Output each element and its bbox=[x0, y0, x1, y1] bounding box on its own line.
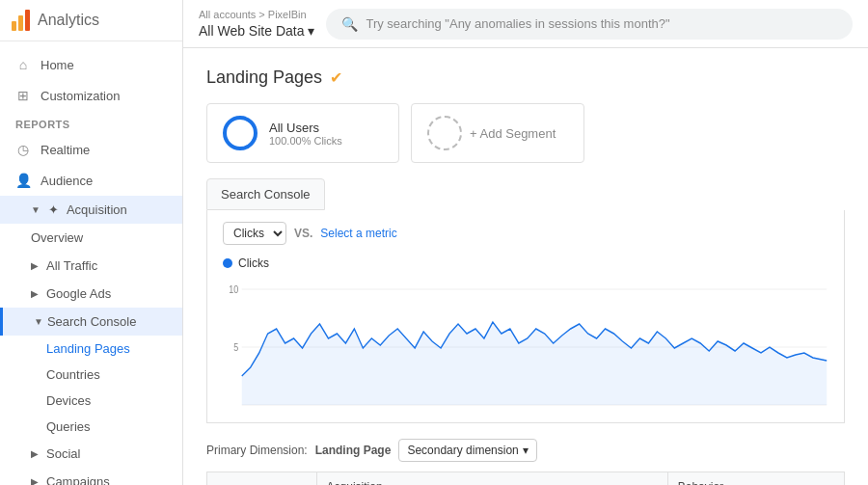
svg-text:January 2021: January 2021 bbox=[465, 410, 517, 411]
col-header-landing-page: Landing Page ? bbox=[207, 472, 317, 486]
sidebar-item-google-ads[interactable]: ▶ Google Ads bbox=[0, 280, 182, 308]
sidebar-item-search-console[interactable]: ▼ Search Console bbox=[0, 308, 182, 336]
vs-label: VS. bbox=[294, 227, 312, 240]
main-content: All accounts > PixelBin All Web Site Dat… bbox=[183, 0, 868, 485]
primary-dim-label: Primary Dimension: bbox=[206, 444, 308, 457]
chevron-right-icon-2: ▶ bbox=[31, 288, 39, 299]
sidebar-countries-label: Countries bbox=[46, 367, 100, 382]
svg-text:March 2021: March 2021 bbox=[771, 410, 816, 411]
logo-icon bbox=[12, 10, 30, 31]
chevron-down-icon-dim: ▾ bbox=[523, 444, 529, 457]
sidebar-overview-label: Overview bbox=[31, 230, 83, 245]
sidebar-item-acquisition[interactable]: ▼ ✦ Acquisition bbox=[0, 196, 182, 224]
sidebar-item-audience[interactable]: 👤 Audience bbox=[0, 165, 182, 196]
audience-icon: 👤 bbox=[15, 173, 31, 188]
sidebar-search-console-label: Search Console bbox=[47, 314, 137, 329]
reports-section-label: REPORTS bbox=[0, 111, 182, 134]
sidebar-devices-label: Devices bbox=[46, 393, 91, 408]
svg-text:5: 5 bbox=[233, 342, 238, 354]
chevron-down-icon-account: ▾ bbox=[308, 22, 314, 40]
secondary-dim-label: Secondary dimension bbox=[407, 444, 518, 457]
page-content: Landing Pages ✔ All Users 100.00% Clicks… bbox=[183, 48, 868, 485]
sidebar-item-devices[interactable]: Devices bbox=[0, 388, 182, 414]
acquisition-icon: ✦ bbox=[48, 202, 59, 217]
sidebar-item-landing-pages[interactable]: Landing Pages bbox=[0, 336, 182, 362]
sidebar-audience-label: Audience bbox=[41, 174, 93, 188]
legend-label-clicks: Clicks bbox=[238, 256, 269, 270]
sidebar-item-overview[interactable]: Overview bbox=[0, 224, 182, 252]
chart-svg: 10 5 December 2020 January 2021 February… bbox=[223, 276, 828, 411]
chart-area: Clicks VS. Select a metric Clicks 10 5 bbox=[206, 210, 845, 423]
account-selector[interactable]: All Web Site Data ▾ bbox=[199, 22, 314, 40]
page-title-row: Landing Pages ✔ bbox=[206, 67, 845, 88]
add-segment-circle bbox=[427, 116, 462, 150]
breadcrumb-top: All accounts > PixelBin bbox=[199, 8, 314, 21]
chevron-right-icon: ▶ bbox=[31, 260, 39, 271]
sidebar-all-traffic-label: All Traffic bbox=[46, 258, 97, 273]
segments-bar: All Users 100.00% Clicks + Add Segment bbox=[206, 103, 845, 163]
sidebar-social-label: Social bbox=[46, 446, 80, 461]
chart-legend: Clicks bbox=[223, 256, 828, 270]
chevron-down-icon: ▼ bbox=[31, 204, 41, 215]
breadcrumb: All accounts > PixelBin All Web Site Dat… bbox=[199, 8, 314, 39]
search-icon: 🔍 bbox=[341, 16, 358, 32]
add-segment-card[interactable]: + Add Segment bbox=[411, 103, 584, 163]
search-bar[interactable]: 🔍 Try searching "Any anomalies in sessio… bbox=[326, 9, 853, 40]
segment-sub: 100.00% Clicks bbox=[269, 135, 342, 147]
col-group-acquisition: Acquisition bbox=[316, 472, 667, 486]
app-logo: Analytics bbox=[12, 10, 99, 31]
sidebar-home-label: Home bbox=[41, 58, 74, 72]
svg-marker-5 bbox=[242, 322, 827, 405]
sidebar-item-home[interactable]: ⌂ Home bbox=[0, 49, 182, 80]
data-table-wrapper: Landing Page ? Acquisition Behavior Impr… bbox=[206, 472, 845, 485]
sidebar-landing-pages-label: Landing Pages bbox=[46, 341, 130, 356]
search-console-section-header: Search Console bbox=[206, 178, 325, 210]
sidebar-item-countries[interactable]: Countries bbox=[0, 362, 182, 388]
primary-dim-value: Landing Page bbox=[315, 444, 392, 457]
col-group-behavior: Behavior bbox=[667, 472, 844, 486]
chevron-right-icon-4: ▶ bbox=[31, 476, 39, 485]
customization-icon: ⊞ bbox=[15, 88, 31, 103]
segment-name: All Users bbox=[269, 121, 342, 135]
account-selector-label: All Web Site Data bbox=[199, 22, 304, 40]
metric-select[interactable]: Clicks bbox=[223, 222, 286, 245]
sidebar-acquisition-label: Acquisition bbox=[67, 202, 127, 217]
sidebar-item-realtime[interactable]: ◷ Realtime bbox=[0, 134, 182, 165]
page-title-text: Landing Pages bbox=[206, 67, 322, 88]
sidebar-campaigns-label: Campaigns bbox=[46, 474, 110, 485]
segment-circle-icon bbox=[223, 116, 258, 150]
app-title: Analytics bbox=[38, 12, 99, 29]
select-metric-link[interactable]: Select a metric bbox=[320, 227, 396, 240]
segment-info: All Users 100.00% Clicks bbox=[269, 121, 342, 147]
data-table: Landing Page ? Acquisition Behavior Impr… bbox=[206, 472, 845, 485]
sidebar: Analytics ⌂ Home ⊞ Customization REPORTS… bbox=[0, 0, 183, 485]
verified-badge: ✔ bbox=[330, 68, 342, 87]
svg-text:December 2020: December 2020 bbox=[296, 410, 358, 411]
sidebar-item-queries[interactable]: Queries bbox=[0, 414, 182, 440]
secondary-dimension-button[interactable]: Secondary dimension ▾ bbox=[398, 439, 536, 462]
svg-text:February 2021: February 2021 bbox=[618, 410, 674, 411]
svg-text:10: 10 bbox=[229, 284, 238, 296]
sidebar-item-social[interactable]: ▶ Social bbox=[0, 440, 182, 468]
legend-dot-clicks bbox=[223, 258, 232, 268]
search-placeholder: Try searching "Any anomalies in sessions… bbox=[366, 16, 669, 31]
sidebar-nav: ⌂ Home ⊞ Customization REPORTS ◷ Realtim… bbox=[0, 41, 182, 485]
sidebar-customization-label: Customization bbox=[41, 89, 120, 103]
sidebar-google-ads-label: Google Ads bbox=[46, 286, 111, 301]
sidebar-item-campaigns[interactable]: ▶ Campaigns bbox=[0, 468, 182, 485]
chevron-right-icon-3: ▶ bbox=[31, 448, 39, 459]
sidebar-header: Analytics bbox=[0, 0, 182, 41]
chevron-down-icon-2: ▼ bbox=[34, 316, 43, 327]
sidebar-queries-label: Queries bbox=[46, 419, 91, 434]
sidebar-item-customization[interactable]: ⊞ Customization bbox=[0, 80, 182, 111]
sidebar-item-all-traffic[interactable]: ▶ All Traffic bbox=[0, 252, 182, 280]
primary-dimension-row: Primary Dimension: Landing Page Secondar… bbox=[206, 439, 845, 462]
top-header: All accounts > PixelBin All Web Site Dat… bbox=[183, 0, 868, 48]
chart-container: 10 5 December 2020 January 2021 February… bbox=[223, 276, 828, 411]
home-icon: ⌂ bbox=[15, 57, 31, 72]
chart-controls: Clicks VS. Select a metric bbox=[223, 222, 828, 245]
sidebar-realtime-label: Realtime bbox=[41, 143, 90, 157]
realtime-icon: ◷ bbox=[15, 142, 31, 157]
all-users-segment: All Users 100.00% Clicks bbox=[206, 103, 399, 163]
add-segment-label: + Add Segment bbox=[470, 126, 556, 141]
